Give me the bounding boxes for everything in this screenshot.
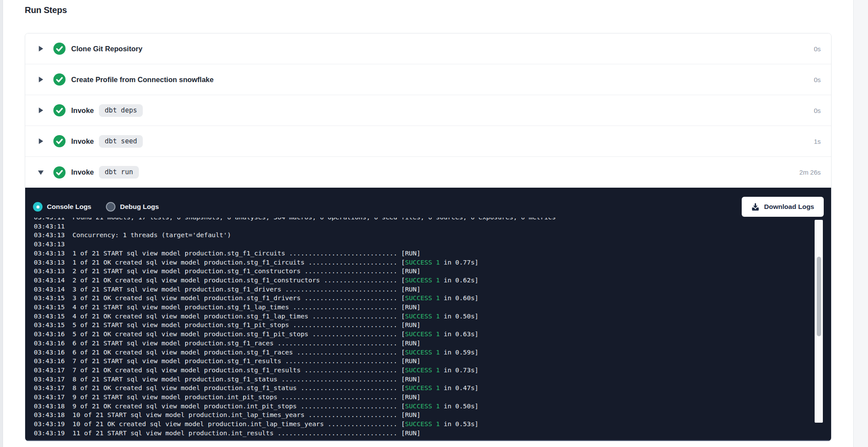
log-tab-debug-logs[interactable]: Debug Logs — [106, 202, 159, 212]
chevron-right-icon[interactable] — [38, 107, 44, 113]
log-line: 03:43:18 10 of 21 START sql view model p… — [34, 411, 811, 420]
log-line: 03:43:13 1 of 21 OK created sql view mod… — [34, 258, 811, 267]
log-line: 03:43:17 8 of 21 OK created sql view mod… — [34, 384, 811, 393]
log-line: 03:43:13 1 of 21 START sql view model pr… — [34, 249, 811, 258]
log-scrollbar-track[interactable] — [815, 220, 823, 423]
step-duration: 2m 26s — [799, 169, 821, 176]
step-label: Invoke — [71, 106, 94, 115]
log-line: 03:43:13 Concurrency: 1 threads (target=… — [34, 231, 811, 240]
log-line: 03:43:11 — [34, 222, 811, 231]
log-line: 03:43:14 3 of 21 START sql view model pr… — [34, 285, 811, 294]
log-line: 03:43:16 7 of 21 START sql view model pr… — [34, 357, 811, 366]
log-line: 03:43:17 8 of 21 START sql view model pr… — [34, 375, 811, 384]
run-step-row[interactable]: Invokedbt seed1s — [25, 126, 831, 157]
chevron-right-icon[interactable] — [38, 76, 44, 83]
log-line: 03:43:19 11 of 21 START sql view model p… — [34, 429, 811, 437]
step-label: Invoke — [71, 137, 94, 146]
step-duration: 0s — [814, 45, 821, 53]
step-command-badge: dbt seed — [99, 135, 143, 148]
run-step-row[interactable]: Invokedbt run2m 26s — [25, 157, 831, 188]
console-log-output[interactable]: 03:43:11 Found 21 models, 17 tests, 0 sn… — [34, 218, 811, 437]
run-step-row[interactable]: Clone Git Repository0s — [25, 33, 831, 64]
step-duration: 0s — [814, 76, 821, 83]
radio-selected-icon[interactable] — [33, 202, 43, 212]
step-duration: 0s — [814, 107, 821, 114]
log-line: 03:43:15 5 of 21 START sql view model pr… — [34, 321, 811, 330]
log-tab-console-logs[interactable]: Console Logs — [33, 202, 91, 212]
chevron-down-icon[interactable] — [38, 169, 44, 175]
log-line: 03:43:13 — [34, 240, 811, 249]
step-label: Invoke — [71, 168, 94, 176]
log-tab-label: Console Logs — [47, 203, 91, 211]
log-tab-label: Debug Logs — [120, 203, 159, 211]
log-line: 03:43:16 5 of 21 OK created sql view mod… — [34, 330, 811, 339]
step-duration: 1s — [814, 138, 821, 145]
check-circle-icon — [53, 135, 66, 147]
log-line: 03:43:17 9 of 21 START sql view model pr… — [34, 393, 811, 402]
chevron-right-icon[interactable] — [38, 46, 44, 52]
step-command-badge: dbt deps — [99, 104, 143, 117]
check-circle-icon — [53, 166, 66, 179]
check-circle-icon — [53, 43, 66, 55]
download-icon — [751, 203, 760, 211]
log-line: 03:43:17 7 of 21 OK created sql view mod… — [34, 366, 811, 375]
run-steps-card: Clone Git Repository0sCreate Profile fro… — [25, 33, 832, 441]
log-line: 03:43:19 10 of 21 OK created sql view mo… — [34, 420, 811, 429]
log-panel: Console LogsDebug Logs Download Logs 03:… — [25, 188, 831, 441]
log-line: 03:43:15 4 of 21 OK created sql view mod… — [34, 312, 811, 321]
log-line: 03:43:11 Found 21 models, 17 tests, 0 sn… — [34, 218, 811, 222]
chevron-right-icon[interactable] — [38, 138, 44, 144]
download-logs-label: Download Logs — [764, 203, 814, 211]
log-line: 03:43:18 9 of 21 OK created sql view mod… — [34, 402, 811, 411]
step-label: Create Profile from Connection snowflake — [71, 76, 214, 84]
log-line: 03:43:16 6 of 21 OK created sql view mod… — [34, 348, 811, 357]
log-type-radio-group: Console LogsDebug Logs — [33, 202, 159, 212]
log-line: 03:43:15 3 of 21 OK created sql view mod… — [34, 294, 811, 303]
right-page-gutter — [853, 0, 868, 447]
download-logs-button[interactable]: Download Logs — [742, 197, 824, 217]
log-line: 03:43:13 2 of 21 START sql view model pr… — [34, 267, 811, 276]
step-label: Clone Git Repository — [71, 45, 142, 53]
log-line: 03:43:14 2 of 21 OK created sql view mod… — [34, 276, 811, 285]
check-circle-icon — [53, 73, 66, 86]
run-step-row[interactable]: Invokedbt deps0s — [25, 95, 831, 126]
log-line: 03:43:15 4 of 21 START sql view model pr… — [34, 303, 811, 312]
run-step-row[interactable]: Create Profile from Connection snowflake… — [25, 64, 831, 95]
check-circle-icon — [53, 104, 66, 116]
page-title: Run Steps — [25, 5, 67, 15]
step-command-badge: dbt run — [99, 166, 138, 179]
left-page-gutter — [0, 0, 3, 447]
log-line: 03:43:16 6 of 21 START sql view model pr… — [34, 339, 811, 348]
log-scrollbar-thumb[interactable] — [817, 257, 821, 336]
radio-unselected-icon[interactable] — [106, 202, 115, 212]
